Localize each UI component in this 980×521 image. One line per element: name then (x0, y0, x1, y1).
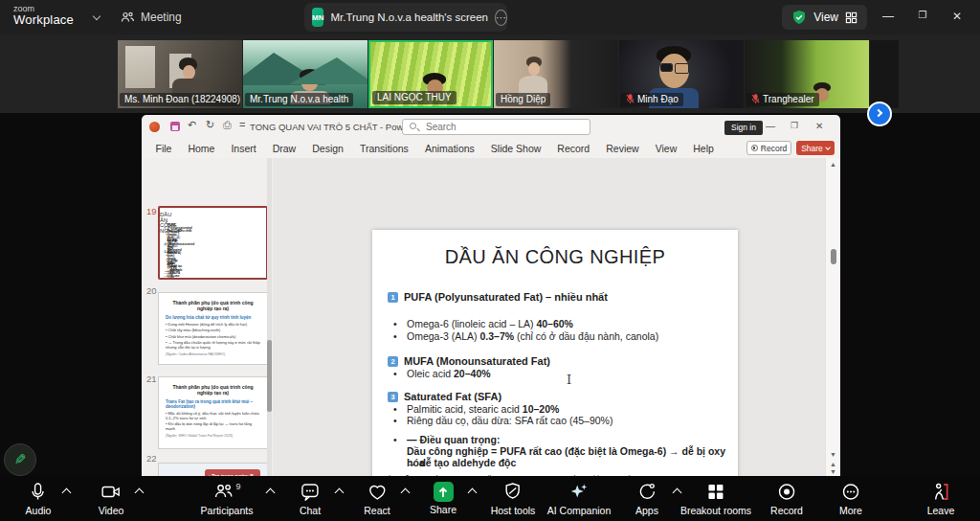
workspace-chevron-icon[interactable] (93, 12, 100, 20)
toolbar-record[interactable]: Record (770, 481, 803, 516)
ppt-close-button[interactable]: ✕ (815, 121, 823, 131)
participant-video (870, 40, 899, 108)
thumbnail-scrollbar[interactable] (267, 158, 272, 476)
ppt-search-input[interactable] (402, 119, 590, 135)
next-slide-icon[interactable]: ▼ (830, 468, 836, 475)
ribbon-tab-review[interactable]: Review (598, 143, 647, 154)
undo-icon[interactable]: ↶ (188, 119, 196, 131)
ppt-share-button[interactable]: Share (796, 141, 835, 155)
slide-thumbnail-19-selected[interactable]: DẦU ĂN CÔNG NGHIỆP 1 PUFA (Polyunsaturat… (158, 206, 268, 280)
participants-icon (212, 481, 234, 502)
minimize-button[interactable]: — (880, 10, 896, 23)
ppt-record-button[interactable]: Record (746, 141, 791, 155)
annotate-button[interactable]: ✎ (4, 443, 36, 476)
meeting-people-icon (120, 10, 135, 25)
zoom-workplace-logo[interactable]: zoom Workplace (13, 5, 74, 27)
chat-menu-chevron[interactable] (335, 488, 345, 498)
ribbon-options-icon[interactable]: = (239, 119, 245, 130)
ppt-vertical-scrollbar[interactable]: ▲ ▼ ▲ ▼ (825, 158, 840, 476)
ribbon-tab-animations[interactable]: Animations (416, 143, 482, 154)
video-menu-chevron[interactable] (135, 488, 145, 498)
participant-tile-active-speaker[interactable]: LAI NGỌC THUY (368, 40, 493, 108)
text-cursor: I (567, 373, 571, 387)
scroll-down-icon[interactable]: ▼ (830, 451, 836, 458)
ribbon-tab-transitions[interactable]: Transitions (351, 143, 416, 154)
toolbar-apps[interactable]: Apps (635, 481, 658, 516)
ppt-ribbon-tabs: File Home Insert Draw Design Transitions… (142, 139, 840, 158)
slide-number-22: 22 (146, 453, 157, 464)
previous-slide-icon[interactable]: ▲ (830, 461, 836, 467)
share-menu-chevron[interactable] (468, 488, 478, 498)
participants-menu-chevron[interactable] (266, 488, 276, 498)
scroll-up-icon[interactable]: ▲ (830, 161, 836, 168)
participant-tile[interactable]: Ms. Minh Đoan (18224908) (118, 40, 242, 108)
toolbar-leave[interactable]: Leave (927, 481, 955, 516)
scrollbar-thumb[interactable] (267, 340, 272, 412)
powerpoint-window: ↶ ↻ ⎙ = TONG QUAN VAI TRÒ 5 CHẤT - Power… (142, 115, 840, 476)
participant-tile[interactable]: Tranghealer (745, 40, 869, 108)
toolbar-video[interactable]: Video (99, 481, 124, 516)
next-participants-button[interactable] (867, 102, 892, 126)
save-icon[interactable] (170, 122, 180, 131)
participant-tile[interactable]: Minh Đạo (619, 40, 744, 108)
layout-grid-icon (845, 11, 858, 24)
sign-in-button[interactable]: Sign in (724, 121, 763, 135)
ppt-minimize-button[interactable]: — (766, 121, 775, 131)
toolbar-audio[interactable]: Audio (26, 481, 52, 516)
toolbar-host-tools[interactable]: Host tools (491, 481, 536, 516)
ppt-body: 19 DẦU ĂN CÔNG NGHIỆP 1 PUFA (Polyunsatu… (142, 158, 840, 476)
close-button[interactable]: ✕ (949, 10, 965, 23)
slide-thumbnail-panel: 19 DẦU ĂN CÔNG NGHIỆP 1 PUFA (Polyunsatu… (142, 158, 273, 476)
view-button[interactable]: View (782, 5, 867, 30)
ribbon-tab-draw[interactable]: Draw (264, 143, 304, 154)
mic-icon (28, 481, 49, 503)
ribbon-tab-record[interactable]: Record (549, 143, 598, 154)
toolbar-react[interactable]: React (364, 481, 390, 516)
participant-tile[interactable]: Hồng Diệp (494, 40, 618, 108)
chevron-down-icon (825, 145, 831, 150)
toolbar-chat[interactable]: Chat (300, 481, 321, 516)
ribbon-tab-insert[interactable]: Insert (223, 143, 264, 154)
share-screen-icon (434, 482, 454, 502)
restore-button[interactable]: ❐ (915, 10, 930, 20)
slide-bullet: •Oleic acid 20–40% (393, 368, 491, 379)
meeting-tab-label: Meeting (141, 11, 182, 24)
start-presentation-icon[interactable]: ⎙ (223, 119, 232, 131)
ribbon-tab-file[interactable]: File (147, 143, 180, 154)
toolbar-participants[interactable]: 9 Participants (201, 481, 254, 516)
toolbar-breakout-rooms[interactable]: Breakout rooms (680, 481, 751, 516)
chevron-right-icon (869, 103, 890, 125)
muted-mic-icon (626, 94, 635, 104)
ribbon-tab-design[interactable]: Design (304, 143, 352, 154)
slide-thumbnail-21[interactable]: Thành phần phụ (do quá trình công nghiệp… (158, 376, 268, 449)
participant-name: Hồng Diệp (496, 93, 550, 106)
toolbar-share[interactable]: Share (430, 481, 457, 515)
search-icon (410, 123, 416, 129)
ai-companion-sparkle-icon (568, 481, 590, 503)
tab-more-icon[interactable]: ⋯ (495, 10, 507, 26)
participant-name: LAI NGỌC THUY (372, 91, 457, 104)
ribbon-tab-view[interactable]: View (647, 143, 685, 154)
ppt-restore-button[interactable]: ❐ (791, 121, 798, 130)
react-menu-chevron[interactable] (401, 488, 411, 498)
logo-workplace-text: Workplace (13, 13, 74, 27)
scrollbar-thumb[interactable] (831, 249, 836, 264)
tab-meeting[interactable]: Meeting (120, 0, 182, 34)
meeting-toolbar: Audio Video 9 Participants Chat React (0, 476, 980, 521)
slide-thumbnail-20[interactable]: Thành phần phụ (do quá trình công nghiệp… (158, 292, 268, 365)
ribbon-tab-slideshow[interactable]: Slide Show (482, 143, 549, 154)
participant-tile-partial[interactable] (870, 40, 899, 108)
participant-tile[interactable]: Mr.Trung N.o.v.a health (243, 40, 368, 108)
ribbon-tab-home[interactable]: Home (180, 143, 223, 154)
chat-icon (300, 481, 321, 503)
apps-icon (636, 481, 657, 503)
video-strip: Ms. Minh Đoan (18224908) Mr.Trung N.o.v.… (0, 34, 980, 113)
redo-icon[interactable]: ↻ (206, 119, 214, 131)
audio-menu-chevron[interactable] (62, 488, 72, 498)
toolbar-more[interactable]: More (839, 481, 862, 516)
slide-canvas[interactable]: DẦU ĂN CÔNG NGHIỆP 1 PUFA (Polyunsaturat… (372, 230, 738, 504)
toolbar-ai-companion[interactable]: AI Companion (547, 481, 612, 516)
tab-shared-screen[interactable]: MN Mr.Trung N.o.v.a health's screen ⋯ (304, 3, 507, 32)
participant-name: Mr.Trung N.o.v.a health (245, 93, 353, 106)
ribbon-tab-help[interactable]: Help (685, 143, 723, 154)
